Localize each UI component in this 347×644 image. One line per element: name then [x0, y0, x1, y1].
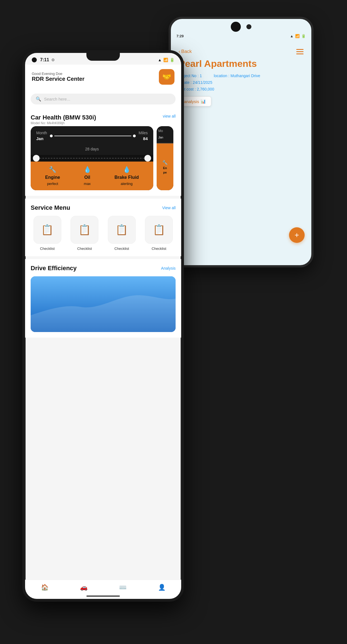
- car-view-all[interactable]: view all: [163, 114, 176, 118]
- greeting-text: Good Evening Doe: [32, 72, 84, 76]
- back-nav: ‹ Back: [179, 46, 304, 57]
- engine-val: perfect: [47, 182, 58, 186]
- card-divider: [31, 155, 153, 162]
- month-value: Jan: [36, 136, 47, 141]
- health-card-partial: Mo Jan 🔧 En pe: [157, 126, 173, 190]
- nav-car[interactable]: 🚗: [80, 584, 88, 591]
- car-health-carousel: Month Jan Miles 84 28 days: [25, 126, 181, 196]
- background-phone: 7:29 ▲ 📶 🔋 ‹ Back Pearl Apartments proje…: [169, 17, 314, 267]
- drive-analysis-btn[interactable]: Analysis: [161, 266, 176, 270]
- card-top: Month Jan Miles 84: [31, 126, 153, 145]
- service-menu-section: Service Menu View all 📋 Checklist 📋 Chec…: [25, 199, 181, 256]
- divider-line: [40, 158, 144, 158]
- project-cost: rent cost : 2,760,000: [179, 87, 304, 91]
- phone-notch: [86, 53, 120, 61]
- miles-label: Miles: [139, 131, 148, 135]
- partial-label: Mo: [157, 126, 173, 136]
- car-health-title: Car Health (BMW 530i): [31, 114, 96, 121]
- nav-dashboard[interactable]: ⌨️: [119, 584, 127, 591]
- miles-value: 84: [143, 136, 148, 141]
- brake-icon: 💧: [123, 166, 130, 173]
- back-wifi-icon: ▲: [290, 34, 293, 38]
- engine-status: 🔧 Engine perfect: [45, 166, 60, 186]
- slider-start: [50, 135, 53, 137]
- car-icon: 🚗: [80, 584, 88, 591]
- partial-status: pe: [163, 171, 167, 174]
- oil-icon: 💧: [84, 166, 91, 173]
- app-title: RDR Service Center: [32, 76, 84, 82]
- service-item-2[interactable]: 📋 Checklist: [108, 216, 136, 251]
- project-title: Pearl Apartments: [179, 58, 304, 69]
- front-time: 7:11: [40, 57, 49, 62]
- checklist-icon-1: 📋: [78, 224, 91, 236]
- home-icon: 🏠: [41, 584, 48, 591]
- divider-circle-left: [33, 155, 40, 162]
- project-no: project No : 1 location : Muthangari Dri…: [179, 74, 304, 78]
- car-health-header: Car Health (BMW 530i) Model No: Mk4hK89I…: [25, 109, 181, 126]
- oil-name: Oil: [84, 175, 90, 180]
- dashboard-icon: ⌨️: [119, 584, 127, 591]
- oil-val: max: [84, 182, 91, 186]
- service-item-1[interactable]: 📋 Checklist: [71, 216, 98, 251]
- hamburger-icon[interactable]: [296, 49, 304, 54]
- nav-profile[interactable]: 👤: [158, 584, 166, 591]
- logo-icon: 🤝: [162, 73, 171, 81]
- settings-icon: ⚙: [51, 58, 55, 62]
- drive-chart-svg: [31, 276, 176, 332]
- service-view-all[interactable]: View all: [162, 206, 176, 210]
- analysis-icon: 📊: [201, 99, 206, 104]
- back-statusbar: 7:29 ▲ 📶 🔋: [171, 32, 311, 40]
- search-icon: 🔍: [36, 96, 41, 102]
- service-label-2: Checklist: [114, 247, 129, 251]
- brake-name: Brake Fluid: [115, 175, 139, 180]
- service-label-0: Checklist: [40, 247, 55, 251]
- back-battery-icon: 🔋: [301, 34, 306, 38]
- brake-val: alerting: [121, 182, 133, 186]
- days-value: 28 days: [85, 147, 99, 151]
- service-item-0[interactable]: 📋 Checklist: [33, 216, 61, 251]
- profile-icon: 👤: [158, 584, 166, 591]
- drive-efficiency-header: Drive Efficiency Analysis: [31, 265, 176, 272]
- service-label-3: Checklist: [152, 247, 166, 251]
- service-item-3[interactable]: 📋 Checklist: [145, 216, 173, 251]
- service-icon-box-2: 📋: [108, 216, 136, 244]
- service-icon-box-0: 📋: [33, 216, 61, 244]
- mini-bottom: 🔧 En pe: [157, 143, 173, 190]
- card-slider: [47, 135, 139, 137]
- project-date: d date : 24/11/2025: [179, 80, 304, 85]
- service-icon-box-3: 📋: [145, 216, 173, 244]
- service-menu-header: Service Menu View all: [31, 204, 176, 211]
- foreground-phone: 7:11 ⚙ ▲ 📶 🔋 Good Evening Doe RDR Servic…: [22, 50, 184, 602]
- card-bottom: 🔧 Engine perfect 💧 Oil max 💧 Brake Fluid…: [31, 162, 153, 190]
- home-indicator: [86, 596, 120, 597]
- search-box[interactable]: 🔍 Search here...: [31, 94, 176, 104]
- nav-home[interactable]: 🏠: [41, 584, 48, 591]
- health-card-main[interactable]: Month Jan Miles 84 28 days: [31, 126, 153, 190]
- front-battery-icon: 🔋: [170, 58, 174, 62]
- service-label-1: Checklist: [77, 247, 92, 251]
- service-menu-title: Service Menu: [31, 204, 70, 211]
- partial-icon: 🔧: [162, 160, 168, 165]
- divider-circle-right: [144, 155, 151, 162]
- camera-dot: [32, 57, 37, 62]
- service-grid: 📋 Checklist 📋 Checklist 📋 Checklist: [31, 216, 176, 251]
- engine-name: Engine: [45, 175, 60, 180]
- partial-name: En: [163, 166, 167, 170]
- engine-icon: 🔧: [49, 166, 56, 173]
- drive-title: Drive Efficiency: [31, 265, 77, 272]
- slider-end: [133, 135, 136, 137]
- checklist-icon-0: 📋: [41, 224, 54, 236]
- search-container: 🔍 Search here...: [25, 89, 181, 109]
- oil-status: 💧 Oil max: [84, 166, 91, 186]
- front-wifi-icon: ▲: [158, 58, 162, 62]
- partial-value: Jan: [157, 136, 173, 139]
- fab-button[interactable]: +: [289, 227, 305, 243]
- back-time: 7:29: [176, 34, 184, 38]
- checklist-icon-2: 📋: [115, 224, 128, 236]
- service-icon-box-1: 📋: [71, 216, 98, 244]
- checklist-icon-3: 📋: [153, 224, 165, 236]
- drive-efficiency-section: Drive Efficiency Analysis: [25, 259, 181, 338]
- month-label: Month: [36, 131, 47, 135]
- search-placeholder-text: Search here...: [44, 97, 70, 101]
- app-logo[interactable]: 🤝: [159, 69, 174, 85]
